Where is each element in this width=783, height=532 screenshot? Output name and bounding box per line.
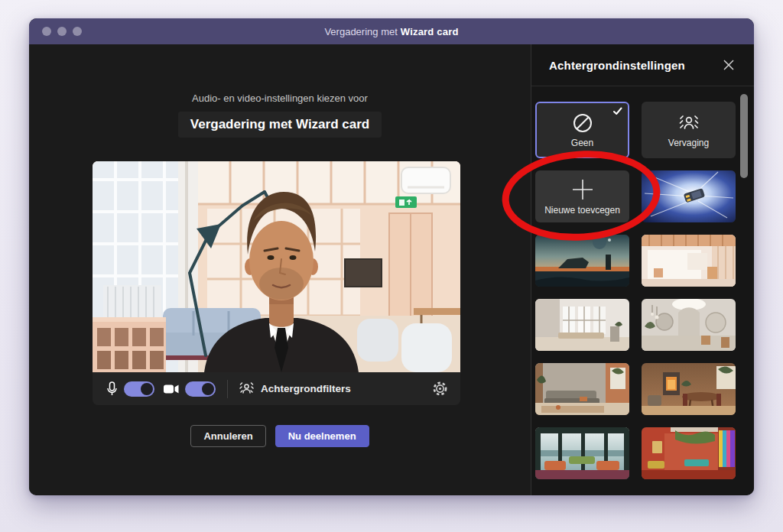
pre-join-main-area: Audio- en video-instellingen kiezen voor… bbox=[29, 44, 531, 495]
tile-label: Nieuwe toevcegen bbox=[544, 205, 620, 216]
tile-background-wood-ceiling-room[interactable] bbox=[642, 235, 736, 287]
microphone-toggle[interactable] bbox=[124, 381, 154, 397]
tile-nieuwe-toevcegen[interactable]: Nieuwe toevcegen bbox=[535, 170, 629, 222]
pre-join-subtitle: Audio- en video-instellingen kiezen voor bbox=[29, 92, 531, 104]
tile-background-alien-planet[interactable] bbox=[535, 235, 629, 287]
tile-background-fireplace-dining-room[interactable] bbox=[642, 363, 736, 415]
settings-gear-icon[interactable] bbox=[432, 381, 448, 397]
warm-living-room-thumbnail bbox=[535, 363, 629, 415]
red-mural-room-thumbnail bbox=[642, 427, 736, 479]
background-filters-label[interactable]: Achtergrondfilters bbox=[261, 383, 351, 394]
tile-background-bright-living-room[interactable] bbox=[535, 299, 629, 351]
round-skylight-room-thumbnail bbox=[642, 299, 736, 351]
blur-background-icon bbox=[678, 112, 700, 134]
zoom-window-button[interactable] bbox=[73, 27, 82, 36]
tile-vervaging[interactable]: Vervaging bbox=[642, 102, 736, 158]
close-panel-icon[interactable] bbox=[723, 60, 734, 70]
camera-preview bbox=[93, 161, 460, 372]
wood-ceiling-room-thumbnail bbox=[642, 235, 736, 287]
bright-living-room-thumbnail bbox=[535, 299, 629, 351]
tile-geen[interactable]: Geen bbox=[535, 102, 629, 158]
tile-background-space-hyperspace[interactable] bbox=[642, 170, 736, 222]
tile-label: Vervaging bbox=[668, 138, 709, 148]
teams-pre-join-window: Vergadering metWizard card Audio- en vid… bbox=[29, 18, 754, 495]
tile-label: Geen bbox=[571, 138, 593, 148]
camera-toggle[interactable] bbox=[185, 381, 216, 397]
camera-icon bbox=[164, 384, 179, 394]
meeting-title: Vergadering metWizard card bbox=[178, 112, 382, 138]
fireplace-dining-room-thumbnail bbox=[642, 363, 736, 415]
window-title: Vergadering metWizard card bbox=[29, 26, 754, 37]
minimize-window-button[interactable] bbox=[57, 27, 67, 36]
join-now-button[interactable]: Nu deelnemen bbox=[275, 425, 369, 447]
none-background-icon bbox=[572, 112, 593, 134]
ocean-view-lounge-thumbnail bbox=[535, 427, 629, 479]
panel-title: Achtergrondinstellingen bbox=[549, 59, 685, 72]
tile-background-round-skylight-room[interactable] bbox=[642, 299, 736, 351]
panel-scrollbar-thumb[interactable] bbox=[740, 94, 748, 178]
add-background-icon bbox=[571, 178, 594, 201]
tile-background-warm-living-room[interactable] bbox=[535, 363, 629, 415]
microphone-icon bbox=[106, 381, 118, 397]
background-settings-panel: Achtergrondinstellingen Geen bbox=[531, 44, 754, 495]
background-tile-grid: Geen Vervaging bbox=[535, 102, 736, 479]
space-hyperspace-thumbnail bbox=[642, 170, 736, 222]
alien-planet-thumbnail bbox=[535, 235, 629, 287]
cancel-button[interactable]: Annuleren bbox=[190, 425, 265, 447]
selected-check-icon bbox=[613, 107, 622, 115]
background-filters-icon bbox=[239, 381, 254, 396]
video-preview-card: Achtergrondfilters bbox=[93, 161, 460, 405]
traffic-lights bbox=[42, 18, 82, 44]
control-bar-divider bbox=[227, 380, 228, 398]
window-titlebar: Vergadering metWizard card bbox=[29, 18, 754, 44]
preview-control-bar: Achtergrondfilters bbox=[93, 372, 460, 405]
close-window-button[interactable] bbox=[42, 27, 51, 36]
tile-background-ocean-view-lounge[interactable] bbox=[535, 427, 629, 479]
tile-background-red-mural-room[interactable] bbox=[642, 427, 736, 479]
